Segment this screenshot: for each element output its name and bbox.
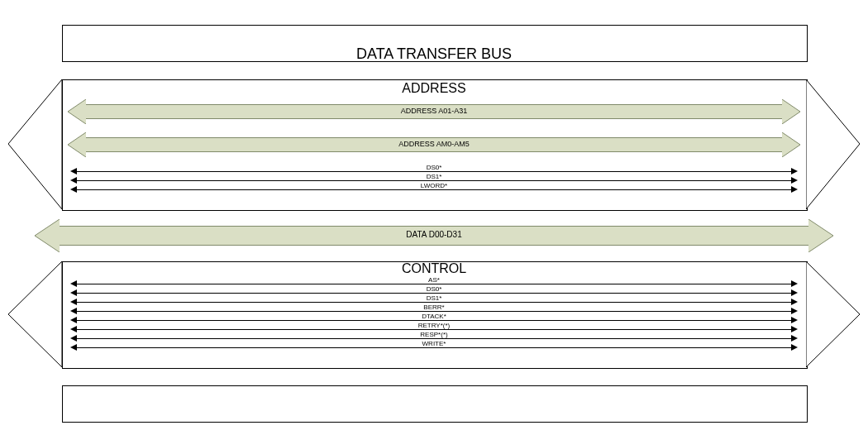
bus-label: ADDRESS A01-A31 (68, 107, 800, 115)
bus-label: ADDRESS AM0-AM5 (68, 140, 800, 148)
svg-marker-2 (8, 261, 62, 367)
svg-marker-1 (806, 79, 860, 209)
bottom-bar (62, 385, 808, 423)
svg-marker-0 (8, 79, 62, 209)
address-outline-arrow-right (806, 79, 860, 209)
title: DATA TRANSFER BUS (0, 45, 868, 63)
address-bus-am0-am5: ADDRESS AM0-AM5 (68, 132, 800, 157)
control-heading: CONTROL (0, 261, 868, 276)
signal-write: WRITE* (68, 343, 800, 351)
address-bus-a01-a31: ADDRESS A01-A31 (68, 99, 800, 124)
bus-label: DATA D00-D31 (35, 231, 833, 239)
diagram-stage: DATA TRANSFER BUS ADDRESS ADDRESS A01-A3… (0, 0, 868, 435)
control-outline-arrow-right (806, 261, 860, 367)
control-outline-arrow-left (8, 261, 62, 367)
data-bus: DATA D00-D31 (35, 219, 833, 252)
signal-lword: LWORD* (68, 185, 800, 194)
address-heading: ADDRESS (0, 81, 868, 96)
address-outline-arrow-left (8, 79, 62, 209)
svg-marker-3 (806, 261, 860, 367)
